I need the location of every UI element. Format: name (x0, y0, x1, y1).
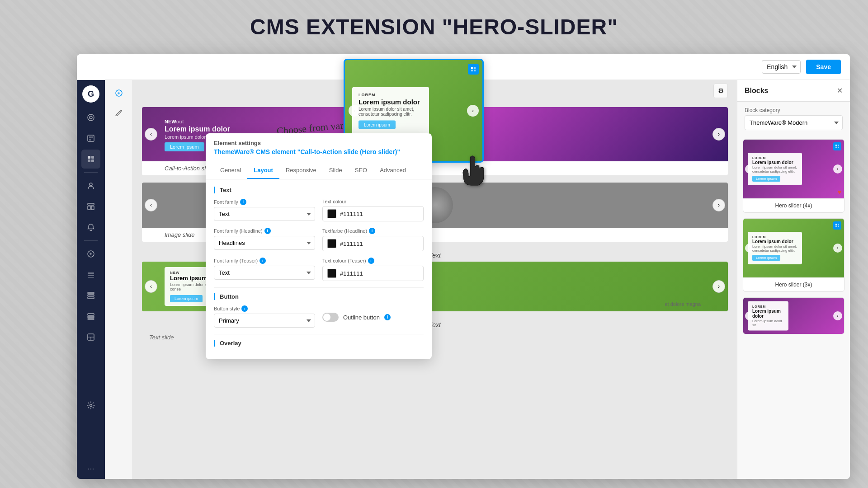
tree-edit-icon[interactable] (110, 103, 127, 121)
tree-plus-icon[interactable] (110, 84, 127, 102)
tree-panel (105, 80, 133, 479)
toggle-knob (323, 314, 330, 321)
sidebar-item-grid3[interactable] (81, 307, 100, 326)
svg-rect-14 (89, 139, 91, 141)
sidebar-item-settings[interactable] (81, 396, 100, 415)
svg-rect-31 (88, 297, 94, 299)
sidebar-more[interactable]: ··· (87, 464, 94, 474)
sidebar-item-grid2[interactable] (81, 286, 100, 305)
slide-next-btn-2[interactable]: › (712, 199, 725, 211)
svg-rect-32 (88, 314, 94, 315)
svg-rect-45 (838, 145, 839, 146)
info-icon-2: i (264, 228, 271, 234)
btc-desc-1: Lorem ipsum dolor sit amet, consetetur s… (752, 165, 797, 174)
font-teaser-select[interactable]: Text (214, 266, 315, 280)
info-icon-6: i (241, 305, 248, 312)
svg-rect-33 (88, 316, 94, 318)
svg-point-38 (90, 404, 92, 407)
slide-prev-btn-2[interactable]: ‹ (145, 199, 157, 211)
tab-slide[interactable]: Slide (323, 162, 349, 179)
sidebar-item-layout[interactable] (81, 197, 100, 216)
text-colour-teaser-picker[interactable]: #111111 (322, 266, 424, 281)
language-select[interactable]: English (762, 60, 801, 74)
blocks-panel-close[interactable]: ✕ (837, 86, 843, 95)
font-headline-label: Font family (Headline) i (214, 228, 315, 234)
text-colour-picker[interactable]: #111111 (322, 206, 424, 221)
badge-new: NEW (165, 119, 176, 124)
sidebar-item-users[interactable] (81, 176, 100, 195)
svg-rect-48 (835, 224, 837, 225)
bt-content-1: LOREM Lorem ipsum dolor Lorem ipsum dolo… (748, 153, 802, 185)
section-divider-2 (214, 334, 424, 334)
text-colour-label: Text colour (322, 199, 424, 204)
btc-btn-2[interactable]: Lorem ipsum (752, 255, 780, 261)
sidebar-item-grid1[interactable] (81, 265, 100, 284)
hp-preview-btn[interactable]: Lorem ipsum (359, 121, 396, 129)
save-button[interactable]: Save (806, 60, 841, 74)
sidebar-item-grid4[interactable] (81, 328, 100, 347)
sidebar-item-pages[interactable] (81, 129, 100, 148)
textfarbe-headline-swatch (327, 239, 336, 248)
tab-advanced[interactable]: Advanced (373, 162, 412, 179)
outline-button-toggle-row: Outline button i (322, 313, 424, 322)
btc-btn-1[interactable]: Lorem ipsum (752, 176, 780, 182)
svg-rect-50 (835, 226, 837, 227)
form-row-font-text: Font family i Text Text colour #111111 (214, 199, 424, 221)
block-card-hero-other[interactable]: ‹ LOREM Lorem ipsum dolor Lorem ipsum do… (743, 297, 844, 334)
outline-button-toggle[interactable] (322, 313, 339, 322)
button-style-select[interactable]: Primary (214, 314, 315, 328)
svg-rect-15 (88, 156, 90, 159)
tab-seo[interactable]: SEO (349, 162, 373, 179)
slide-next-btn-3[interactable]: › (712, 280, 725, 293)
slide-next-btn-1[interactable]: › (712, 128, 725, 141)
block-card-hero-3x[interactable]: ‹ LOREM Lorem ipsum dolor Lorem ipsum do… (743, 218, 844, 292)
sidebar-item-notifications[interactable] (81, 218, 100, 237)
form-group-outline-button: Outline button i (322, 305, 424, 328)
svg-rect-34 (88, 319, 94, 319)
font-headline-select[interactable]: Headlines (214, 236, 315, 250)
bt-next-1[interactable]: › (833, 164, 842, 174)
button-style-label: Button style i (214, 305, 315, 312)
block-card-label-2: Hero slider (3x) (743, 277, 844, 291)
slide-bottom-text: et dolore magna (665, 301, 701, 307)
bt-heart-1[interactable]: ♥ (838, 188, 841, 196)
svg-rect-21 (88, 206, 90, 210)
topbar-right: English Save (762, 60, 841, 74)
section-overlay-label: Overlay (214, 340, 424, 347)
slide-prev-btn-1[interactable]: ‹ (145, 128, 157, 141)
section-button-label: Button (214, 293, 424, 300)
svg-rect-44 (835, 145, 837, 146)
sidebar: G (77, 80, 105, 479)
settings-icon-btn[interactable]: ⚙ (713, 84, 728, 98)
textfarbe-headline-picker[interactable]: #111111 (322, 236, 424, 251)
hs3-btn[interactable]: Lorem ipsum (170, 295, 203, 302)
sidebar-item-blocks[interactable] (81, 150, 100, 169)
svg-rect-47 (838, 147, 839, 148)
sidebar-divider-2 (84, 240, 98, 241)
block-card-hero-4x[interactable]: ‹ LOREM Lorem ipsum dolor Lorem ipsum do… (743, 139, 844, 213)
btc-label-1: LOREM (752, 156, 797, 160)
block-category-select[interactable]: ThemeWare® Modern (745, 115, 843, 130)
blocks-list: ‹ LOREM Lorem ipsum dolor Lorem ipsum do… (737, 136, 850, 479)
hp-nav-right-btn[interactable]: › (467, 105, 479, 117)
hp-corner-icon (468, 64, 479, 75)
svg-rect-17 (88, 160, 90, 162)
tab-layout[interactable]: Layout (247, 162, 279, 179)
slide-prev-btn-3[interactable]: ‹ (145, 280, 157, 293)
font-family-select[interactable]: Text (214, 207, 315, 221)
svg-point-9 (88, 114, 94, 121)
bt-next-3[interactable]: › (833, 311, 842, 320)
tab-responsive[interactable]: Responsive (279, 162, 323, 179)
blocks-panel-title: Blocks (745, 87, 768, 95)
hp-lorem-label: LOREM (359, 93, 423, 97)
font-family-label: Font family i (214, 199, 315, 205)
form-row-button-style: Button style i Primary Outline button i (214, 305, 424, 328)
tab-general[interactable]: General (214, 162, 247, 179)
slide-cta-btn[interactable]: Lorem ipsum (165, 142, 204, 151)
info-icon-1: i (240, 199, 246, 205)
form-group-textfarbe-headline: Textfarbe (Headline) i #111111 (322, 228, 424, 251)
sidebar-item-plus[interactable] (81, 244, 100, 263)
sidebar-item-home[interactable] (81, 108, 100, 127)
textfarbe-headline-value: #111111 (340, 240, 363, 247)
bt-next-2[interactable]: › (833, 244, 842, 253)
